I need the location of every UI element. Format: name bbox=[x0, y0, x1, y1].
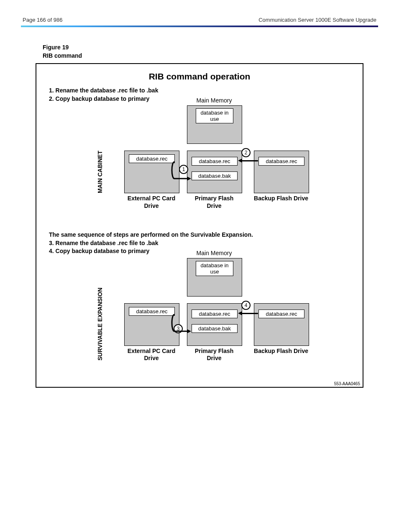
drawing-id: 553-AAA0465 bbox=[334, 381, 360, 386]
figure-caption-title: RIB command bbox=[43, 52, 378, 59]
arrow-1 bbox=[170, 160, 193, 185]
diagram-title: RIB command operation bbox=[49, 72, 350, 82]
arrow-2 bbox=[241, 160, 258, 161]
svg-marker-1 bbox=[187, 329, 191, 333]
ext-rec-b: database.rec bbox=[129, 307, 175, 316]
bak-label-b: Backup Flash Drive bbox=[254, 348, 308, 355]
pri-label-a: Primary Flash Drive bbox=[187, 195, 241, 210]
ext-label-b: External PC Card Drive bbox=[124, 348, 179, 362]
db-in-use-b: database in use bbox=[196, 261, 233, 276]
steps-b-intro: The same sequence of steps are performed… bbox=[49, 231, 350, 239]
header-rule bbox=[21, 26, 378, 27]
bak-rec-b: database.rec bbox=[258, 309, 304, 318]
pri-bak-a: database.bak bbox=[192, 171, 238, 180]
arrow-4-head bbox=[238, 311, 242, 315]
step-3: 3. Rename the database .rec file to .bak bbox=[49, 239, 350, 248]
header-left: Page 166 of 986 bbox=[23, 17, 62, 23]
section-main-cabinet: MAIN CABINET Main Memory database in use… bbox=[49, 105, 350, 231]
mem-label-b: Main Memory bbox=[187, 250, 241, 256]
bak-rec-a: database.rec bbox=[258, 157, 304, 166]
mem-label-a: Main Memory bbox=[187, 97, 241, 104]
pri-bak-b: database.bak bbox=[192, 324, 238, 333]
arrow-2-head bbox=[238, 159, 242, 163]
backup-drive-b: database.rec bbox=[254, 303, 309, 346]
step-1: 1. Rename the database .rec file to .bak bbox=[49, 87, 350, 95]
main-memory-box-b: database in use bbox=[187, 258, 242, 297]
section-survivable-expansion: SURVIVABLE EXPANSION Main Memory databas… bbox=[49, 258, 350, 384]
pri-label-b: Primary Flash Drive bbox=[187, 348, 241, 362]
arrow-3 bbox=[170, 312, 193, 338]
main-cabinet-label: MAIN CABINET bbox=[97, 151, 103, 193]
main-memory-box-a: database in use bbox=[187, 105, 242, 144]
db-in-use-a: database in use bbox=[196, 108, 233, 123]
backup-drive-a: database.rec bbox=[254, 151, 309, 193]
primary-drive-a: database.rec database.bak bbox=[187, 151, 242, 193]
circled-4: 4 bbox=[241, 301, 251, 310]
figure-box: RIB command operation 1. Rename the data… bbox=[36, 63, 363, 388]
pri-rec-a: database.rec bbox=[192, 157, 238, 166]
ext-label-a: External PC Card Drive bbox=[124, 195, 179, 210]
bak-label-a: Backup Flash Drive bbox=[254, 195, 308, 202]
ext-rec-a: database.rec bbox=[129, 154, 175, 163]
primary-drive-b: database.rec database.bak bbox=[187, 303, 242, 346]
header-right: Communication Server 1000E Software Upgr… bbox=[258, 17, 376, 23]
pri-rec-b: database.rec bbox=[192, 309, 238, 318]
figure-caption-label: Figure 19 bbox=[43, 44, 378, 51]
arrow-4 bbox=[241, 313, 258, 314]
survivable-expansion-label: SURVIVABLE EXPANSION bbox=[97, 288, 103, 361]
svg-marker-0 bbox=[187, 176, 191, 181]
circled-2: 2 bbox=[241, 148, 251, 157]
